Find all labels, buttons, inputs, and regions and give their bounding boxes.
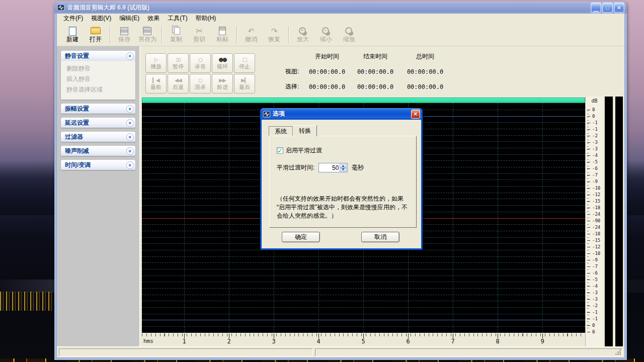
close-button[interactable]: × [614,3,624,13]
timeline-number: 5 [361,338,365,345]
smooth-transition-checkbox[interactable] [277,147,283,154]
db-scale-title: dB [586,97,603,104]
toolbar-button[interactable]: 撤消 [239,24,263,45]
db-scale-label: -1 [586,127,602,132]
timeline-number: 8 [496,338,499,345]
chevron-toggle-icon[interactable] [126,52,134,60]
transport-button[interactable]: ▯▯ 暂停 [168,53,189,73]
overview-range-bar[interactable] [142,98,585,103]
db-scale-label: -6 [586,271,602,276]
dialog-note-text: （任何支持的效果开始时都会有突然性的，如果“启用平滑过渡”被选中，则效果是慢慢应… [277,195,409,220]
db-scale-label: -3 [586,147,602,151]
toolbar-button[interactable]: 保存 [113,24,136,45]
transport-label: 停止 [239,63,250,70]
options-dialog: 选项 × 系统 转换 启用平滑过渡 [260,108,423,250]
transport-button[interactable]: ▶▶ 前进 [212,74,233,94]
chevron-toggle-icon[interactable] [126,105,134,113]
sidebar-panel-item[interactable]: 插入静音 [66,74,133,84]
chevron-toggle-icon[interactable] [126,147,134,155]
db-scale-label: -15 [586,238,602,243]
sidebar-panel: 静音设置 删除静音 插入静音 静音选择区域 [61,51,135,100]
time-table: 开始时间 结束时间 总时间 视图: 00:00:00.0 [285,52,450,91]
toolbar-button[interactable]: 缩小 [314,24,338,45]
minimize-button[interactable]: — [591,3,601,13]
toolbar-button[interactable]: 缩放 [338,24,361,45]
cancel-button[interactable]: 取消 [361,232,399,242]
time-value: 00:00:00.0 [400,68,450,75]
window-titlebar[interactable]: 音频混音剪辑大师 6.9 (试用版) — □ × [54,2,627,14]
sidebar-panel-header[interactable]: 延迟设置 [61,118,135,128]
effects-sidebar: 静音设置 删除静音 插入静音 静音选择区域 [57,46,139,346]
toolbar-button[interactable]: 打开 [84,24,107,45]
menu-item[interactable]: 帮助(H) [192,14,220,23]
toolbar-button[interactable]: 恢复 [263,24,286,45]
toolbar-button[interactable] [286,24,291,45]
timeline-major-tick [542,333,543,338]
transport-button[interactable]: ○ 录音 [190,53,211,73]
status-bar [57,346,624,357]
sidebar-panel-header[interactable]: 过滤器 [61,132,135,142]
toolbar-button[interactable]: 复制 [165,24,188,45]
dialog-tab[interactable]: 系统 [269,126,293,136]
time-column-header: 结束时间 [351,52,400,61]
dialog-body: 系统 转换 启用平滑过渡 平滑过渡时间: [262,120,421,248]
menu-item[interactable]: 效果 [143,14,164,23]
transport-button[interactable]: ▎◀ 最前 [145,74,167,94]
transport-label: 最前 [150,83,162,91]
toolbar-button[interactable]: 放大 [291,24,314,45]
chevron-toggle-icon[interactable] [126,161,134,169]
chevron-toggle-icon[interactable] [126,133,134,141]
transport-button[interactable]: ▶▎ 最后 [234,74,255,94]
level-meter-left [605,97,613,346]
toolbar-button[interactable]: 剪切 [188,24,211,45]
transport-button[interactable]: ○ 混录 [190,74,211,94]
menu-item[interactable]: 编辑(E) [115,14,143,23]
db-scale-label: -7 [586,173,602,177]
dialog-titlebar[interactable]: 选项 × [260,108,423,120]
toolbar-button[interactable] [234,24,239,45]
toolbar-icon [69,26,76,36]
transport-label: 循环 [217,63,228,70]
sidebar-panel-header[interactable]: 噪声削减 [61,146,135,156]
resize-grip[interactable] [615,349,621,355]
transport-button[interactable]: ●● 循环 [212,53,233,73]
transport-button[interactable]: ◀◀ 后退 [168,74,189,94]
timeline-ruler[interactable]: hms 1 2 3 4 5 [142,333,585,346]
sidebar-panel: 振幅设置 [61,104,135,114]
toolbar-label: 另存为 [138,36,156,43]
toolbar-label: 剪切 [193,36,205,43]
sidebar-panel-item[interactable]: 删除静音 [66,63,133,74]
db-scale-label: -2 [586,134,602,138]
spinner-down-button[interactable] [340,168,347,172]
toolbar-button[interactable]: 粘贴 [211,24,234,45]
transport-button[interactable]: ▷ 播放 [145,53,167,73]
transport-button[interactable]: □ 停止 [234,53,255,73]
maximize-button[interactable]: □ [602,3,613,13]
ok-button[interactable]: 确定 [282,232,320,242]
menu-item[interactable]: 视图(V) [87,14,115,23]
toolbar-icon [271,26,278,36]
spinner-up-button[interactable] [340,164,347,168]
dialog-close-button[interactable]: × [411,110,420,119]
menu-item[interactable]: 工具(T) [164,14,191,23]
toolbar-label: 缩小 [320,36,332,43]
grid-hline [142,288,585,289]
sidebar-panel-header[interactable]: 振幅设置 [61,104,135,114]
toolbar-button[interactable]: 新建 [61,24,84,45]
toolbar-button[interactable] [159,24,165,45]
toolbar-button[interactable] [107,24,113,45]
chevron-toggle-icon[interactable] [126,119,134,127]
status-cell-left [59,348,313,356]
db-scale-label: 0 [586,114,602,119]
toolbar-label: 新建 [66,36,78,43]
dialog-tab[interactable]: 转换 [293,125,317,136]
sidebar-panel-header[interactable]: 时间/变调 [61,160,135,170]
transition-time-row: 平滑过渡时间: 毫秒 [277,163,409,172]
status-cell-right [315,348,622,356]
toolbar-icon [196,26,202,36]
toolbar-label: 复制 [170,36,182,43]
menu-item[interactable]: 文件(F) [59,14,87,23]
toolbar-button[interactable]: 另存为 [136,24,159,45]
sidebar-panel-item[interactable]: 静音选择区域 [66,84,133,95]
sidebar-panel-header[interactable]: 静音设置 [61,51,135,61]
